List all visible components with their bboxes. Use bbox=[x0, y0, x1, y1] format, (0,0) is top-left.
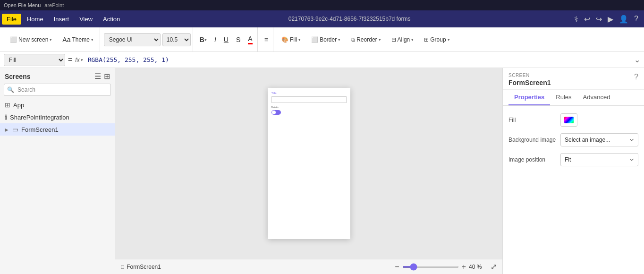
image-position-label: Image position bbox=[508, 156, 560, 163]
background-image-label: Background image bbox=[508, 137, 560, 143]
text-align-button[interactable]: ≡ bbox=[262, 34, 271, 45]
screen-title-field: Title bbox=[271, 92, 347, 94]
background-image-select[interactable]: Select an image... bbox=[560, 133, 638, 146]
undo-icon[interactable]: ↩ bbox=[584, 15, 590, 24]
search-bar: 🔍 bbox=[4, 84, 111, 96]
align-button[interactable]: ⊟ Align ▾ bbox=[387, 34, 418, 45]
canvas-workspace[interactable]: Title Details bbox=[115, 68, 502, 259]
border-button[interactable]: ⬜ Border ▾ bbox=[307, 34, 345, 45]
fx-label: fx bbox=[75, 57, 79, 63]
formula-input[interactable] bbox=[86, 55, 631, 64]
fill-prop-label: Fill bbox=[508, 117, 560, 123]
underline-button[interactable]: U bbox=[221, 34, 231, 45]
prop-row-fill: Fill bbox=[508, 113, 638, 127]
fx-indicator[interactable]: fx ▾ bbox=[75, 57, 83, 63]
search-icon: 🔍 bbox=[7, 86, 14, 93]
fill-prop-value bbox=[560, 113, 638, 127]
reorder-icon: ⧉ bbox=[351, 36, 355, 43]
left-panel: Screens ☰ ⊞ 🔍 ⊞ App ℹ SharePointIntegrat… bbox=[0, 68, 115, 274]
search-input[interactable] bbox=[4, 84, 111, 96]
grid-view-button[interactable]: ⊞ bbox=[104, 72, 110, 81]
right-panel-header: SCREEN FormScreen1 ? bbox=[503, 68, 644, 90]
zoom-out-button[interactable]: − bbox=[395, 263, 399, 271]
open-file-menu-text[interactable]: Open File Menu bbox=[4, 2, 41, 8]
group-label: Group bbox=[430, 36, 446, 43]
align-label: Align bbox=[398, 36, 410, 43]
new-screen-button[interactable]: ⬜ New screen ▾ bbox=[6, 34, 56, 45]
bottom-screen-name: FormScreen1 bbox=[127, 264, 161, 270]
tree-item-formscreen1[interactable]: ▶ ▭ FormScreen1 bbox=[0, 123, 115, 136]
prop-row-image-position: Image position Fit bbox=[508, 153, 638, 166]
screen-toggle[interactable] bbox=[271, 110, 281, 115]
menu-item-action[interactable]: Action bbox=[98, 14, 125, 25]
menu-bar: File Home Insert View Action 02170763-9e… bbox=[0, 10, 644, 27]
ribbon-group-font: Segoe UI 10.5 bbox=[102, 27, 193, 51]
new-screen-caret: ▾ bbox=[50, 37, 52, 42]
zoom-slider[interactable] bbox=[402, 266, 459, 268]
panel-title: Screens bbox=[5, 73, 30, 80]
list-view-button[interactable]: ☰ bbox=[94, 72, 101, 81]
tab-properties[interactable]: Properties bbox=[508, 90, 550, 105]
reorder-button[interactable]: ⧉ Reorder ▾ bbox=[347, 34, 385, 45]
panel-icons: ☰ ⊞ bbox=[94, 72, 110, 81]
tree-item-app-label: App bbox=[13, 102, 24, 109]
fx-dropdown-icon: ▾ bbox=[81, 58, 83, 62]
screen-details-label: Details bbox=[271, 106, 347, 109]
main-area: Screens ☰ ⊞ 🔍 ⊞ App ℹ SharePointIntegrat… bbox=[0, 68, 644, 274]
theme-caret: ▾ bbox=[91, 37, 93, 42]
formula-bar: Fill = fx ▾ ⌄ bbox=[0, 52, 644, 68]
fill-swatch-color bbox=[564, 117, 574, 123]
app-id: 02170763-9e2c-4d71-8656-7f3232515b7d for… bbox=[126, 16, 573, 22]
help-circle-icon[interactable]: ? bbox=[634, 73, 638, 81]
fill-icon: 🎨 bbox=[281, 36, 288, 43]
italic-button[interactable]: I bbox=[212, 34, 219, 45]
image-position-select[interactable]: Fit bbox=[560, 153, 638, 166]
tab-rules[interactable]: Rules bbox=[550, 90, 577, 105]
title-bar: Open File Menu arePoint bbox=[0, 0, 644, 10]
new-screen-label: New screen bbox=[18, 36, 48, 43]
canvas-area: Title Details □ FormScreen1 − + 40 % ⤢ bbox=[115, 68, 502, 274]
right-panel-screen-name: FormScreen1 bbox=[508, 79, 551, 86]
image-position-value: Fit bbox=[560, 153, 638, 166]
zoom-expand-button[interactable]: ⤢ bbox=[491, 262, 497, 271]
strikethrough-button[interactable]: S bbox=[233, 34, 243, 45]
bottom-bar: □ FormScreen1 − + 40 % ⤢ bbox=[115, 259, 502, 274]
menu-bar-right: ⚕ ↩ ↪ ▶ 👤 ? bbox=[574, 15, 642, 24]
equals-sign: = bbox=[68, 56, 72, 64]
redo-icon[interactable]: ↪ bbox=[596, 15, 602, 24]
fill-swatch[interactable] bbox=[560, 113, 577, 127]
property-selector[interactable]: Fill bbox=[4, 54, 65, 66]
theme-label: Theme bbox=[72, 36, 89, 43]
ribbon-group-fill: 🎨 Fill ▾ ⬜ Border ▾ ⧉ Reorder ▾ ⊟ Align … bbox=[275, 27, 456, 51]
group-icon: ⊞ bbox=[424, 36, 429, 43]
tree-item-app[interactable]: ⊞ App bbox=[0, 99, 115, 111]
font-color-button[interactable]: A bbox=[245, 33, 255, 46]
menu-item-file[interactable]: File bbox=[2, 14, 21, 25]
screen-frame-inner: Title Details bbox=[268, 88, 350, 119]
tree-item-formscreen1-label: FormScreen1 bbox=[21, 126, 59, 133]
menu-item-home[interactable]: Home bbox=[22, 14, 48, 25]
border-icon: ⬜ bbox=[311, 36, 318, 43]
fill-button[interactable]: 🎨 Fill ▾ bbox=[277, 34, 305, 45]
font-family-select[interactable]: Segoe UI bbox=[104, 33, 161, 46]
menu-item-insert[interactable]: Insert bbox=[49, 14, 74, 25]
bold-button[interactable]: B▾ bbox=[197, 34, 210, 45]
help-icon[interactable]: ? bbox=[634, 15, 638, 23]
screen-section-label: SCREEN bbox=[508, 73, 551, 78]
sharepoint-text: arePoint bbox=[44, 2, 64, 8]
zoom-in-button[interactable]: + bbox=[462, 263, 466, 271]
zoom-label: 40 % bbox=[469, 264, 488, 270]
font-size-select[interactable]: 10.5 bbox=[162, 33, 191, 46]
play-icon[interactable]: ▶ bbox=[608, 15, 613, 24]
accessibility-icon[interactable]: ⚕ bbox=[574, 15, 578, 24]
app-icon: ⊞ bbox=[5, 101, 10, 109]
formscreen1-caret: ▶ bbox=[5, 127, 8, 132]
group-button[interactable]: ⊞ Group ▾ bbox=[420, 34, 454, 45]
menu-item-view[interactable]: View bbox=[75, 14, 97, 25]
theme-button[interactable]: Aa Theme ▾ bbox=[58, 34, 97, 46]
user-icon[interactable]: 👤 bbox=[619, 15, 628, 24]
formula-expand-icon[interactable]: ⌄ bbox=[634, 55, 640, 64]
ribbon: ⬜ New screen ▾ Aa Theme ▾ Segoe UI 10.5 … bbox=[0, 27, 644, 52]
tree-item-sharepoint[interactable]: ℹ SharePointIntegration bbox=[0, 111, 115, 123]
tab-advanced[interactable]: Advanced bbox=[577, 90, 616, 105]
